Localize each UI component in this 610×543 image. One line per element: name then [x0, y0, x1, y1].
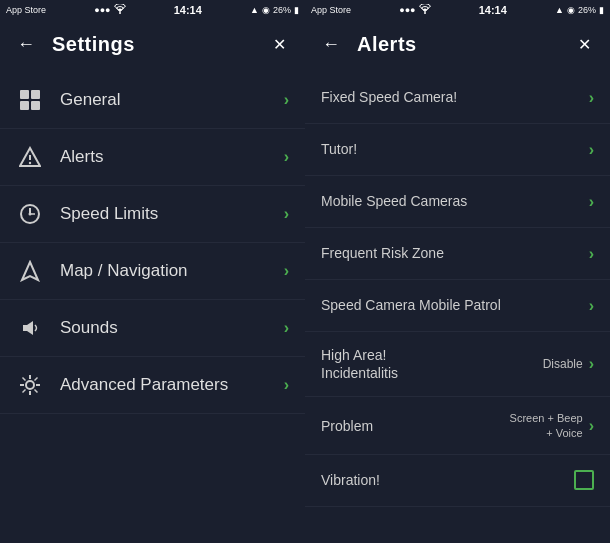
left-panel-title: Settings — [52, 33, 253, 56]
left-status-icons: ●●● — [94, 4, 125, 16]
left-right-icons: ▲ ◉ 26% ▮ — [250, 5, 299, 15]
right-battery-icon: ▮ — [599, 5, 604, 15]
right-close-button[interactable]: ✕ — [570, 30, 598, 58]
sounds-chevron: › — [284, 319, 289, 337]
svg-point-0 — [119, 12, 121, 14]
right-panel-title: Alerts — [357, 33, 558, 56]
svg-point-11 — [29, 213, 32, 216]
alert-label-fixed-speed-camera: Fixed Speed Camera! — [321, 89, 457, 105]
alert-item-fixed-speed-camera[interactable]: Fixed Speed Camera! › — [305, 72, 610, 124]
alert-item-speed-camera-mobile-patrol[interactable]: Speed Camera Mobile Patrol › — [305, 280, 610, 332]
alert-item-problem[interactable]: Problem Screen + Beep+ Voice › — [305, 397, 610, 455]
alert-item-frequent-risk-zone[interactable]: Frequent Risk Zone › — [305, 228, 610, 280]
svg-line-19 — [23, 378, 26, 381]
svg-line-20 — [35, 390, 38, 393]
left-close-icon: ✕ — [273, 35, 286, 54]
left-gps-icon: ▲ — [250, 5, 259, 15]
svg-rect-2 — [31, 90, 40, 99]
svg-point-14 — [26, 381, 34, 389]
right-right-icons: ▲ ◉ 26% ▮ — [555, 5, 604, 15]
alert-label-high-area: High Area! — [321, 346, 543, 364]
alerts-list: Fixed Speed Camera! › Tutor! › Mobile Sp… — [305, 68, 610, 543]
alert-label-speed-camera-mobile-patrol: Speed Camera Mobile Patrol — [321, 297, 501, 313]
right-signal-icon: ●●● — [399, 5, 415, 15]
map-navigation-icon — [16, 257, 44, 285]
alert-item-text: Mobile Speed Cameras — [321, 192, 589, 210]
right-wifi-icon — [419, 4, 431, 16]
alert-item-mobile-speed-cameras[interactable]: Mobile Speed Cameras › — [305, 176, 610, 228]
right-status-icons: ●●● — [399, 4, 430, 16]
alert-item-text: High Area! Incidentalitis — [321, 346, 543, 382]
left-time: 14:14 — [174, 4, 202, 16]
left-back-button[interactable]: ← — [12, 30, 40, 58]
svg-marker-12 — [22, 262, 38, 280]
alert-item-text: Frequent Risk Zone — [321, 244, 589, 262]
svg-rect-4 — [31, 101, 40, 110]
alert-chevron-high-area: › — [589, 355, 594, 373]
vibration-checkbox[interactable] — [574, 470, 594, 490]
left-back-icon: ← — [17, 34, 35, 55]
alert-item-text: Tutor! — [321, 140, 589, 158]
svg-point-7 — [29, 162, 31, 164]
alert-item-tutor[interactable]: Tutor! › — [305, 124, 610, 176]
alerts-icon — [16, 143, 44, 171]
right-battery-pct: 26% — [578, 5, 596, 15]
left-battery-pct: 26% — [273, 5, 291, 15]
sidebar-item-map-navigation[interactable]: Map / Navigation › — [0, 243, 305, 300]
left-panel-header: ← Settings ✕ — [0, 20, 305, 68]
alert-label-vibration: Vibration! — [321, 472, 380, 488]
right-back-icon: ← — [322, 34, 340, 55]
alert-item-text: Vibration! — [321, 471, 574, 489]
advanced-parameters-chevron: › — [284, 376, 289, 394]
map-navigation-label: Map / Navigation — [60, 261, 268, 281]
alert-chevron-frequent-risk-zone: › — [589, 245, 594, 263]
svg-line-21 — [35, 378, 38, 381]
sidebar-item-sounds[interactable]: Sounds › — [0, 300, 305, 357]
alerts-label: Alerts — [60, 147, 268, 167]
settings-list: General › Alerts › — [0, 68, 305, 543]
alert-item-text: Fixed Speed Camera! — [321, 88, 589, 106]
svg-rect-3 — [20, 101, 29, 110]
alert-label-problem: Problem — [321, 418, 373, 434]
alert-value-problem: Screen + Beep+ Voice — [510, 411, 583, 440]
advanced-parameters-label: Advanced Parameters — [60, 375, 268, 395]
left-app-store: App Store — [6, 5, 46, 15]
left-compass-icon: ◉ — [262, 5, 270, 15]
alert-value-high-area: Disable — [543, 357, 583, 371]
left-signal-icon: ●●● — [94, 5, 110, 15]
svg-marker-13 — [23, 321, 33, 335]
alert-chevron-tutor: › — [589, 141, 594, 159]
alert-item-vibration[interactable]: Vibration! — [305, 455, 610, 507]
left-status-bar: App Store ●●● 14:14 ▲ ◉ 26% ▮ — [0, 0, 305, 20]
alert-chevron-mobile-speed-cameras: › — [589, 193, 594, 211]
alert-chevron-speed-camera-mobile-patrol: › — [589, 297, 594, 315]
right-app-store: App Store — [311, 5, 351, 15]
alert-item-text: Problem — [321, 417, 510, 435]
alert-item-text: Speed Camera Mobile Patrol — [321, 296, 589, 314]
alert-chevron-problem: › — [589, 417, 594, 435]
right-back-button[interactable]: ← — [317, 30, 345, 58]
alert-chevron-fixed-speed-camera: › — [589, 89, 594, 107]
left-panel: App Store ●●● 14:14 ▲ ◉ 26% ▮ ← Settings — [0, 0, 305, 543]
sidebar-item-alerts[interactable]: Alerts › — [0, 129, 305, 186]
alerts-chevron: › — [284, 148, 289, 166]
sounds-icon — [16, 314, 44, 342]
sidebar-item-advanced-parameters[interactable]: Advanced Parameters › — [0, 357, 305, 414]
speed-limits-icon — [16, 200, 44, 228]
advanced-parameters-icon — [16, 371, 44, 399]
sounds-label: Sounds — [60, 318, 268, 338]
alert-sublabel-incidentalitis: Incidentalitis — [321, 364, 543, 382]
speed-limits-label: Speed Limits — [60, 204, 268, 224]
speed-limits-chevron: › — [284, 205, 289, 223]
svg-line-22 — [23, 390, 26, 393]
sidebar-item-speed-limits[interactable]: Speed Limits › — [0, 186, 305, 243]
svg-rect-1 — [20, 90, 29, 99]
left-wifi-icon — [114, 4, 126, 16]
alert-label-frequent-risk-zone: Frequent Risk Zone — [321, 245, 444, 261]
alert-item-high-area-incidentalitis[interactable]: High Area! Incidentalitis Disable › — [305, 332, 610, 397]
right-compass-icon: ◉ — [567, 5, 575, 15]
right-close-icon: ✕ — [578, 35, 591, 54]
left-close-button[interactable]: ✕ — [265, 30, 293, 58]
sidebar-item-general[interactable]: General › — [0, 72, 305, 129]
alert-label-mobile-speed-cameras: Mobile Speed Cameras — [321, 193, 467, 209]
